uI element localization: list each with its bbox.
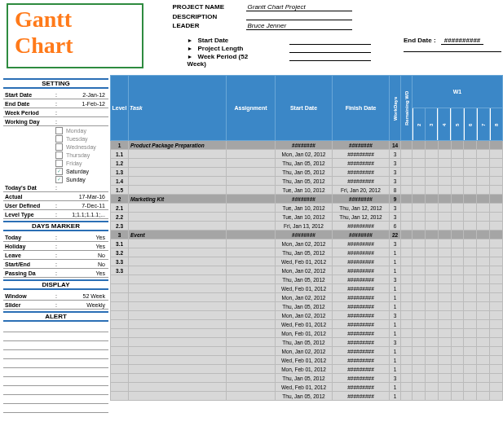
gantt-cell[interactable] (477, 329, 490, 338)
cell-finish[interactable]: ######### (333, 239, 390, 248)
gantt-cell[interactable] (464, 293, 477, 302)
cell-assignment[interactable] (227, 177, 276, 186)
gantt-cell[interactable] (451, 356, 464, 365)
gantt-cell[interactable] (413, 338, 426, 347)
cell-assignment[interactable] (227, 374, 276, 383)
cell-task[interactable] (129, 365, 227, 374)
cell-workdays[interactable]: 3 (390, 177, 401, 186)
gantt-cell[interactable] (451, 204, 464, 213)
gantt-cell[interactable] (425, 365, 438, 374)
cell-finish[interactable]: ######## (333, 141, 390, 150)
cell-task[interactable] (129, 204, 227, 213)
gantt-cell[interactable] (438, 186, 451, 195)
cell-task[interactable] (129, 293, 227, 302)
cell-workdays[interactable]: 1 (390, 257, 401, 266)
gantt-cell[interactable] (464, 356, 477, 365)
gantt-cell[interactable] (425, 195, 438, 204)
gantt-cell[interactable] (464, 266, 477, 275)
cell-start[interactable]: Mon, Jan 02, 2012 (276, 266, 333, 275)
gantt-cell[interactable] (425, 275, 438, 284)
gantt-cell[interactable] (490, 356, 503, 365)
gantt-cell[interactable] (425, 338, 438, 347)
table-row[interactable]: 1.5Tue, Jan 10, 2012Fri, Jan 20, 20128 (111, 186, 503, 195)
cell-remaining[interactable] (401, 159, 413, 168)
cell-finish[interactable]: ######### (333, 392, 390, 401)
cell-finish[interactable]: ######### (333, 320, 390, 329)
cell-remaining[interactable] (401, 186, 413, 195)
gantt-cell[interactable] (451, 374, 464, 383)
cell-remaining[interactable] (401, 383, 413, 392)
cell-level[interactable]: 2.3 (111, 222, 129, 231)
cell-remaining[interactable] (401, 239, 413, 248)
table-row[interactable]: 1.4Thu, Jan 05, 2012#########3 (111, 177, 503, 186)
cell-finish[interactable]: ######### (333, 222, 390, 231)
gantt-cell[interactable] (425, 248, 438, 257)
cell-finish[interactable]: ######### (333, 266, 390, 275)
gantt-cell[interactable] (413, 329, 426, 338)
table-row[interactable]: Wed, Feb 01, 2012#########1 (111, 320, 503, 329)
cell-finish[interactable]: ######### (333, 356, 390, 365)
cell-finish[interactable]: ######### (333, 374, 390, 383)
gantt-cell[interactable] (477, 338, 490, 347)
col-task[interactable]: Task (129, 76, 227, 141)
cell-assignment[interactable] (227, 383, 276, 392)
col-level[interactable]: Level (111, 76, 129, 141)
cell-finish[interactable]: ######### (333, 293, 390, 302)
cell-workdays[interactable]: 1 (390, 284, 401, 293)
cell-level[interactable] (111, 329, 129, 338)
day-tuesday[interactable]: Tuesday (3, 134, 108, 143)
gantt-cell[interactable] (451, 186, 464, 195)
cell-start[interactable]: ######## (276, 195, 333, 204)
gantt-cell[interactable] (413, 383, 426, 392)
gantt-cell[interactable] (464, 195, 477, 204)
cell-assignment[interactable] (227, 365, 276, 374)
week-day-7[interactable]: 7 (477, 108, 490, 141)
cell-start[interactable]: Thu, Jan 05, 2012 (276, 338, 333, 347)
col-w1[interactable]: W1 (413, 76, 503, 108)
gantt-cell[interactable] (413, 311, 426, 320)
cell-level[interactable] (111, 320, 129, 329)
gantt-cell[interactable] (438, 293, 451, 302)
cell-remaining[interactable] (401, 392, 413, 401)
gantt-cell[interactable] (425, 320, 438, 329)
gantt-cell[interactable] (477, 186, 490, 195)
cell-finish[interactable]: ######### (333, 347, 390, 356)
cell-workdays[interactable]: 3 (390, 239, 401, 248)
gantt-cell[interactable] (425, 150, 438, 159)
gantt-cell[interactable] (464, 329, 477, 338)
cell-assignment[interactable] (227, 302, 276, 311)
day-wednesday[interactable]: Wednesday (3, 143, 108, 151)
cell-task[interactable] (129, 356, 227, 365)
gantt-cell[interactable] (413, 293, 426, 302)
gantt-cell[interactable] (425, 222, 438, 231)
cell-assignment[interactable] (227, 222, 276, 231)
cell-task[interactable] (129, 159, 227, 168)
gantt-cell[interactable] (413, 392, 426, 401)
gantt-cell[interactable] (451, 284, 464, 293)
gantt-cell[interactable] (464, 257, 477, 266)
table-row[interactable]: 3.2Thu, Jan 05, 2012#########1 (111, 248, 503, 257)
table-row[interactable]: Thu, Jan 05, 2012#########3 (111, 338, 503, 347)
gantt-cell[interactable] (464, 302, 477, 311)
cell-start[interactable]: Mon, Feb 01, 2012 (276, 365, 333, 374)
cell-assignment[interactable] (227, 275, 276, 284)
cell-workdays[interactable]: 8 (390, 186, 401, 195)
cell-task[interactable]: Marketing Kit (129, 195, 227, 204)
gantt-cell[interactable] (477, 222, 490, 231)
gantt-cell[interactable] (438, 356, 451, 365)
cell-workdays[interactable]: 3 (390, 213, 401, 222)
gantt-cell[interactable] (438, 320, 451, 329)
cell-task[interactable] (129, 320, 227, 329)
gantt-cell[interactable] (413, 195, 426, 204)
col-start-date[interactable]: Start Date (276, 76, 333, 141)
cell-finish[interactable]: Thu, Jan 12, 2012 (333, 213, 390, 222)
table-row[interactable]: Mon, Jan 02, 2012#########3 (111, 311, 503, 320)
cell-assignment[interactable] (227, 248, 276, 257)
gantt-cell[interactable] (425, 374, 438, 383)
cell-remaining[interactable] (401, 213, 413, 222)
gantt-cell[interactable] (490, 365, 503, 374)
gantt-cell[interactable] (490, 266, 503, 275)
checkbox-icon[interactable] (55, 152, 63, 159)
cell-workdays[interactable]: 3 (390, 159, 401, 168)
gantt-cell[interactable] (451, 347, 464, 356)
